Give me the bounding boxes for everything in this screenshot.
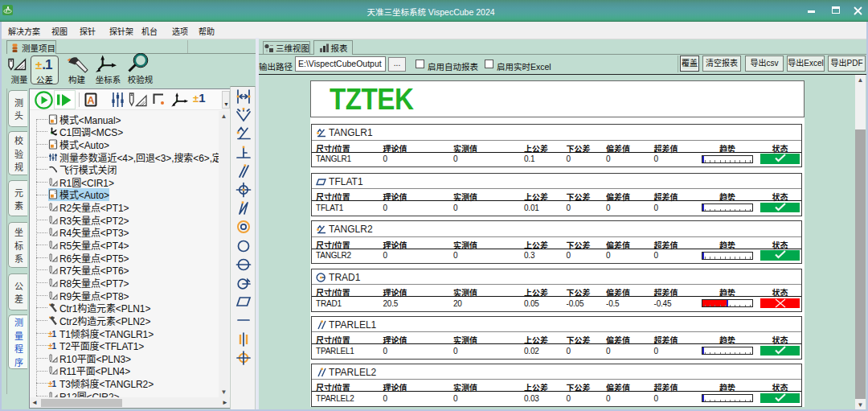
- svg-text:A: A: [87, 95, 94, 106]
